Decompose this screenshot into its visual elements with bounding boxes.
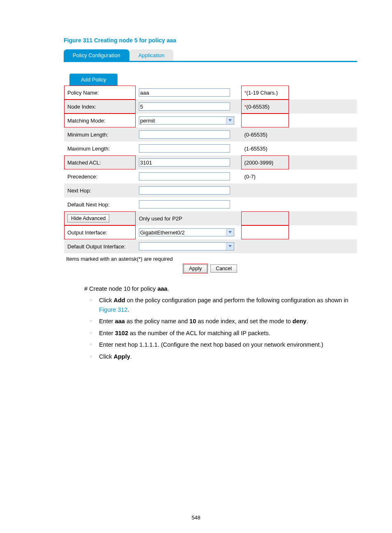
label-matching-mode: Matching Mode: [64,114,136,127]
figure-caption: Figure 311 Creating node 5 for policy aa… [64,37,357,44]
add-policy-button[interactable]: Add Policy [69,74,118,86]
row-output-interface: Output Interface: GigabitEthernet0/2 [64,225,357,239]
select-output-interface[interactable]: GigabitEthernet0/2 [139,228,234,236]
instruction-step: Click Apply. [96,352,357,361]
tab-bar: Policy Configuration Application [64,48,357,62]
label-def-next-hop: Default Next Hop: [64,197,136,211]
label-node-index: Node Index: [64,100,136,114]
hint-max-length: (1-65535) [241,141,289,155]
row-def-output-interface: Default Output Interface: [64,239,357,253]
tab-policy-configuration[interactable]: Policy Configuration [64,49,129,61]
instruction-step: Enter 3102 as the number of the ACL for … [96,329,357,338]
input-matched-acl[interactable] [139,158,230,167]
instruction-step: Enter aaa as the policy name and 10 as n… [96,317,357,326]
hint-policy-name: *(1-19 Chars.) [241,86,289,100]
row-max-length: Maximum Length: (1-65535) [64,141,357,155]
policy-form: Policy Name: *(1-19 Chars.) Node Index: … [64,86,357,253]
row-matching-mode: Matching Mode: permit [64,114,357,127]
row-policy-name: Policy Name: *(1-19 Chars.) [64,86,357,100]
cancel-button[interactable]: Cancel [210,264,237,273]
page-number: 548 [0,514,392,521]
input-policy-name[interactable] [139,88,230,97]
row-node-index: Node Index: *(0-65535) [64,100,357,114]
input-node-index[interactable] [139,102,230,111]
label-def-output-interface: Default Output Interface: [64,239,136,253]
screenshot-area: Policy Configuration Application Add Pol… [64,48,357,273]
hint-precedence: (0-7) [241,169,289,183]
row-next-hop: Next Hop: [64,183,357,197]
row-min-length: Minimum Length: (0-65535) [64,127,357,141]
required-note: Items marked with an asterisk(*) are req… [66,256,357,262]
instruction-step: Enter next hop 1.1.1.1. (Configure the n… [96,340,357,349]
chevron-down-icon [226,229,234,236]
apply-button[interactable]: Apply [184,264,207,273]
hint-min-length: (0-65535) [241,127,289,141]
chevron-down-icon [226,117,234,124]
instruction-text: # Create node 10 for policy aaa. Click A… [84,284,357,361]
label-matched-acl: Matched ACL: [64,155,136,169]
hint-node-index: *(0-65535) [241,100,289,114]
input-next-hop[interactable] [139,186,230,195]
note-p2p: Only used for P2P [136,211,241,225]
row-hide-advanced: Hide Advanced Only used for P2P [64,211,357,225]
action-buttons: Apply Cancel [64,264,357,273]
label-max-length: Maximum Length: [64,141,136,155]
input-def-next-hop[interactable] [139,200,230,209]
input-precedence[interactable] [139,172,230,181]
select-matching-mode[interactable]: permit [139,116,234,125]
label-policy-name: Policy Name: [64,86,136,100]
select-def-output-interface[interactable] [139,242,234,250]
row-def-next-hop: Default Next Hop: [64,197,357,211]
input-max-length[interactable] [139,144,230,153]
input-min-length[interactable] [139,130,230,139]
chevron-down-icon [226,243,234,250]
figure-312-link[interactable]: Figure 312 [99,306,127,313]
label-min-length: Minimum Length: [64,127,136,141]
row-precedence: Precedence: (0-7) [64,169,357,183]
label-next-hop: Next Hop: [64,183,136,197]
label-output-interface: Output Interface: [64,225,136,239]
row-matched-acl: Matched ACL: (2000-3999) [64,155,357,169]
hint-matched-acl: (2000-3999) [241,155,289,169]
hide-advanced-button[interactable]: Hide Advanced [67,214,109,222]
label-precedence: Precedence: [64,169,136,183]
tab-application[interactable]: Application [129,49,174,61]
instruction-step: Click Add on the policy configuration pa… [96,296,357,314]
